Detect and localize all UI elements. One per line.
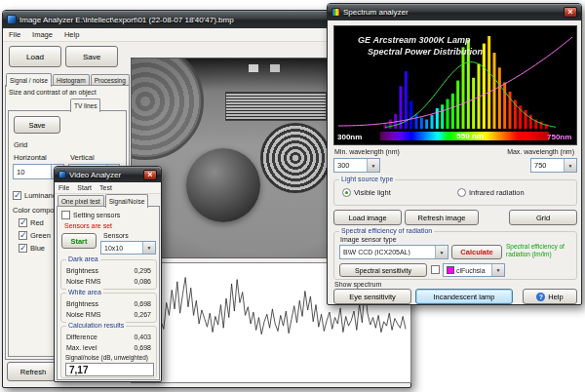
brightness-label: Brightness xyxy=(66,267,98,274)
start-button[interactable]: Start xyxy=(61,233,97,249)
video-analyzer-window: Video Analyzer File Start Test One pixel… xyxy=(54,166,162,382)
checkbox-checked-icon xyxy=(19,231,27,240)
color-swatch xyxy=(447,266,454,274)
close-icon[interactable] xyxy=(564,7,577,18)
tab-signal-noise[interactable]: Signal / noise xyxy=(6,73,52,87)
grid-button[interactable]: Grid xyxy=(509,210,577,225)
sub-tabs: TV lines xyxy=(70,98,101,111)
panel-save-button[interactable]: Save xyxy=(14,116,60,134)
image-sensor-value: B\W CCD (ICX205AL) xyxy=(343,249,410,255)
max-level-value: 0,698 xyxy=(134,344,151,351)
refresh-button[interactable]: Refresh xyxy=(7,362,59,381)
efficiency-note: Spectral efficiency of radiation (lm/lm) xyxy=(506,243,574,258)
snr-label: Signal/noise (dB, unweighted) xyxy=(65,354,148,361)
analysis-tabs: Signal / noise Histogram Processing xyxy=(6,71,131,86)
snr-value: 7,17 xyxy=(66,365,88,375)
load-button[interactable]: Load xyxy=(9,46,61,67)
menu-test[interactable]: Test xyxy=(96,184,116,191)
image-sensor-type-label: Image sensor type xyxy=(340,236,397,243)
eye-sensitivity-button[interactable]: Eye sensitivity xyxy=(333,289,411,304)
signal-noise-tabpage: Setting sensors Sensors are set Sensors … xyxy=(57,206,160,380)
app-icon xyxy=(58,171,66,178)
red-label: Red xyxy=(30,218,44,227)
max-level-row: Max. level 0,698 xyxy=(66,344,151,351)
radio-icon xyxy=(457,188,466,197)
visible-light-label: Visible light xyxy=(354,188,391,197)
spectrum-icon xyxy=(332,8,340,17)
image-sensor-combo[interactable]: B\W CCD (ICX205AL) xyxy=(339,245,448,259)
blue-checkbox[interactable]: Blue xyxy=(19,244,45,253)
brightness-value: 0,295 xyxy=(134,267,151,274)
video-analyzer-titlebar[interactable]: Video Analyzer xyxy=(55,167,161,182)
menu-file[interactable]: File xyxy=(3,29,26,40)
brightness-label: Brightness xyxy=(66,300,98,307)
incandescent-lamp-button[interactable]: Incandescent lamp xyxy=(415,289,513,304)
menu-help[interactable]: Help xyxy=(58,29,85,40)
color-combo[interactable]: clFuchsia xyxy=(443,263,505,277)
brightness-row: Brightness 0,698 xyxy=(66,300,151,307)
close-icon[interactable] xyxy=(143,170,157,180)
color-value: clFuchsia xyxy=(456,267,486,274)
spectral-efficiency-title: Spectral efficiency of radiation xyxy=(339,227,434,234)
infrared-radio[interactable]: Infrared radiation xyxy=(457,188,525,197)
sensors-label: Sensors xyxy=(103,232,129,239)
sensors-value: 10x10 xyxy=(104,245,123,252)
spectrum-analyzer-title: Spectrum analyzer xyxy=(343,8,561,17)
refresh-image-button[interactable]: Refresh image xyxy=(405,210,479,225)
tab-tv-lines[interactable]: TV lines xyxy=(70,98,100,112)
max-wavelength-label: Max. wavelength (nm) xyxy=(507,148,574,155)
help-button[interactable]: Help xyxy=(523,289,577,304)
calculation-results-group: Calculation results Difference 0,403 Max… xyxy=(60,326,157,378)
min-wavelength-combo[interactable]: 300 xyxy=(333,158,380,173)
menu-start[interactable]: Start xyxy=(73,184,96,191)
snr-value-box: 7,17 xyxy=(65,363,154,376)
checkbox-checked-icon xyxy=(19,218,27,227)
dropdown-arrow-icon[interactable] xyxy=(564,159,576,172)
spectral-sensitivity-button[interactable]: Spectral sensitivity xyxy=(339,263,427,277)
help-label: Help xyxy=(548,293,563,301)
menu-file[interactable]: File xyxy=(55,184,73,191)
checkbox-icon xyxy=(61,211,70,219)
color-enable-checkbox[interactable] xyxy=(431,265,440,274)
difference-label: Difference xyxy=(66,333,98,340)
noise-rms-row: Noise RMS 0,267 xyxy=(66,311,151,318)
min-wavelength-value: 300 xyxy=(337,161,350,170)
save-button[interactable]: Save xyxy=(65,46,118,67)
image-analyzer-title: Image Analyzer E:\Intellect\export\01 (2… xyxy=(20,16,347,24)
horizontal-grid-value: 10 xyxy=(17,168,24,176)
green-checkbox[interactable]: Green xyxy=(19,231,51,240)
spectrum-chart xyxy=(333,25,577,145)
tab-signal-noise[interactable]: Signal/Noise xyxy=(105,194,149,208)
vertical-label: Vertical xyxy=(70,153,95,162)
brightness-row: Brightness 0,295 xyxy=(66,267,151,274)
calculation-results-title: Calculation results xyxy=(66,322,126,329)
visible-light-radio[interactable]: Visible light xyxy=(342,188,391,197)
dropdown-arrow-icon[interactable] xyxy=(491,264,504,276)
setting-sensors-checkbox[interactable]: Setting sensors xyxy=(61,211,120,219)
noise-rms-value: 0,086 xyxy=(134,278,151,285)
sensors-combo[interactable]: 10x10 xyxy=(100,241,156,255)
difference-row: Difference 0,403 xyxy=(66,333,151,340)
dark-area-group: Dark area Brightness 0,295 Noise RMS 0,0… xyxy=(60,259,157,290)
max-wavelength-value: 750 xyxy=(534,161,547,170)
radio-selected-icon xyxy=(342,188,351,197)
sensors-status: Sensors are set xyxy=(64,222,112,229)
load-image-button[interactable]: Load image xyxy=(333,210,402,225)
show-spectrum-label: Show spectrum xyxy=(334,281,381,288)
horizontal-label: Horizontal xyxy=(14,153,47,162)
setting-sensors-label: Setting sensors xyxy=(73,212,120,218)
checkbox-checked-icon xyxy=(19,244,27,253)
help-icon xyxy=(536,293,545,301)
white-area-group: White area Brightness 0,698 Noise RMS 0,… xyxy=(60,293,157,323)
red-checkbox[interactable]: Red xyxy=(19,218,44,227)
menu-image[interactable]: Image xyxy=(26,29,58,40)
calculate-button[interactable]: Calculate xyxy=(451,245,502,259)
noise-rms-label: Noise RMS xyxy=(66,311,100,318)
spectrum-analyzer-titlebar[interactable]: Spectrum analyzer xyxy=(328,4,581,20)
max-wavelength-combo[interactable]: 750 xyxy=(530,158,577,173)
infrared-label: Infrared radiation xyxy=(469,188,525,197)
dropdown-arrow-icon[interactable] xyxy=(367,159,379,172)
dropdown-arrow-icon[interactable] xyxy=(435,246,448,258)
noise-rms-value: 0,267 xyxy=(134,311,151,318)
dropdown-arrow-icon[interactable] xyxy=(142,242,155,254)
